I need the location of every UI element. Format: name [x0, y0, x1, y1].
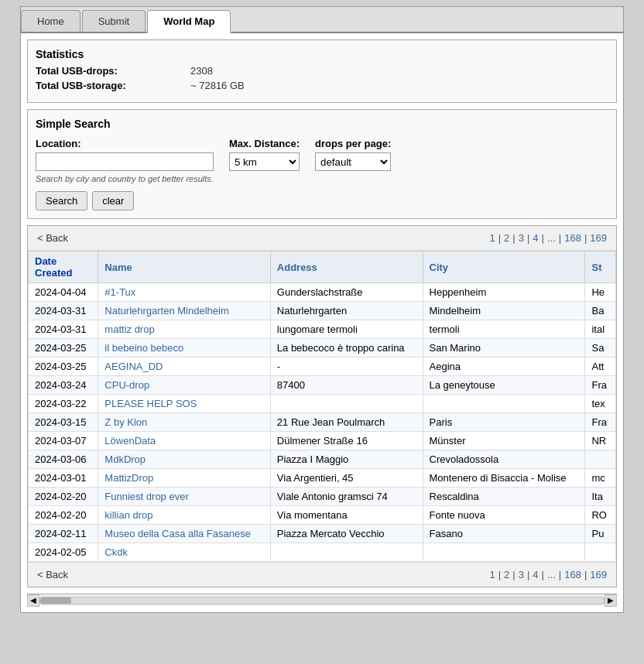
name-link[interactable]: Ckdk [104, 546, 128, 558]
cell-state: NR [585, 432, 616, 450]
scroll-left-arrow[interactable]: ◀ [27, 594, 39, 607]
cell-city: San Marino [423, 339, 585, 358]
page-link-bottom-1[interactable]: 1 [489, 569, 495, 580]
search-hint: Search by city and country to get better… [36, 174, 214, 183]
statistics-section: Statistics Total USB-drops: 2308 Total U… [27, 39, 617, 103]
cell-address: Via Argentieri, 45 [270, 469, 423, 488]
pagination-bottom: 1 | 2 | 3 | 4 | ... | 168 | 169 [489, 569, 607, 580]
drops-per-page-select[interactable]: default 10 25 50 100 [315, 152, 391, 171]
tab-worldmap[interactable]: World Map [147, 10, 231, 33]
page-link-bottom-4[interactable]: 4 [533, 569, 538, 580]
name-link[interactable]: CPU-drop [104, 379, 149, 391]
max-distance-select[interactable]: 5 km 10 km 25 km 50 km 100 km [229, 152, 300, 171]
cell-address [270, 543, 423, 562]
page-link-4[interactable]: 4 [533, 232, 538, 244]
cell-city: La geneytouse [423, 376, 585, 395]
cell-address: 87400 [270, 376, 423, 395]
name-link[interactable]: MattizDrop [104, 472, 153, 484]
page-link-2[interactable]: 2 [504, 232, 509, 244]
cell-address: Piazza I Maggio [270, 450, 423, 469]
table-row: 2024-02-11 Museo della Casa alla Fasanes… [29, 525, 616, 543]
cell-name: AEGINA_DD [98, 358, 270, 376]
stat-row-usb-storage: Total USB-storage: ~ 72816 GB [36, 80, 608, 91]
cell-state: mc [585, 469, 616, 488]
cell-state: Ita [585, 488, 616, 506]
search-button[interactable]: Search [36, 191, 87, 210]
page-link-168[interactable]: 168 [564, 232, 581, 244]
name-link[interactable]: Museo della Casa alla Fasanese [104, 528, 251, 539]
cell-date: 2024-03-06 [29, 450, 98, 469]
name-link[interactable]: killian drop [104, 509, 152, 521]
back-button-bottom[interactable]: < Back [37, 569, 68, 580]
name-link[interactable]: #1-Tux [104, 286, 135, 298]
cell-name: Funniest drop ever [98, 488, 270, 506]
page-link-1[interactable]: 1 [489, 232, 495, 244]
cell-state: He [585, 283, 616, 302]
stat-row-usb-drops: Total USB-drops: 2308 [36, 65, 608, 77]
table-row: 2024-03-15 Z by Klon 21 Rue Jean Poulmar… [29, 413, 616, 432]
col-header-name[interactable]: Name [98, 252, 270, 283]
statistics-title: Statistics [36, 48, 608, 60]
name-link[interactable]: mattiz drop [104, 323, 154, 335]
page-link-bottom-3[interactable]: 3 [519, 569, 524, 580]
back-button-top[interactable]: < Back [37, 232, 68, 244]
col-header-date[interactable]: DateCreated [29, 252, 98, 283]
cell-date: 2024-03-22 [29, 395, 98, 413]
tab-home[interactable]: Home [21, 10, 80, 32]
name-link[interactable]: MdkDrop [104, 454, 146, 465]
page-link-3[interactable]: 3 [519, 232, 524, 244]
cell-name: #1-Tux [98, 283, 270, 302]
name-link[interactable]: PLEASE HELP SOS [104, 398, 197, 409]
page-link-169[interactable]: 169 [590, 232, 607, 244]
cell-name: mattiz drop [98, 320, 270, 339]
cell-name: PLEASE HELP SOS [98, 395, 270, 413]
cell-address: 21 Rue Jean Poulmarch [270, 413, 423, 432]
name-link[interactable]: Funniest drop ever [104, 491, 188, 502]
max-distance-label: Max. Distance: [229, 138, 300, 149]
table-row: 2024-03-25 AEGINA_DD - Aegina Att [29, 358, 616, 376]
tab-submit[interactable]: Submit [82, 10, 146, 32]
scrollbar-thumb[interactable] [40, 597, 71, 604]
location-group: Location: Search by city and country to … [36, 138, 214, 183]
stat-value-usb-storage: ~ 72816 GB [190, 80, 245, 91]
table-row: 2024-04-04 #1-Tux Gunderslachstraße Hepp… [29, 283, 616, 302]
table-row: 2024-03-01 MattizDrop Via Argentieri, 45… [29, 469, 616, 488]
cell-address: Piazza Mercato Vecchio [270, 525, 423, 543]
cell-date: 2024-02-20 [29, 506, 98, 525]
max-distance-group: Max. Distance: 5 km 10 km 25 km 50 km 10… [229, 138, 300, 171]
stat-label-usb-storage: Total USB-storage: [36, 80, 190, 91]
cell-city: termoli [423, 320, 585, 339]
cell-state: Fra [585, 413, 616, 432]
cell-name: killian drop [98, 506, 270, 525]
page-link-bottom-2[interactable]: 2 [504, 569, 509, 580]
name-link[interactable]: Naturlehrgarten Mindelheim [104, 305, 228, 317]
cell-state [585, 450, 616, 469]
name-link[interactable]: AEGINA_DD [104, 361, 163, 372]
col-header-address[interactable]: Address [270, 252, 423, 283]
cell-state: Ba [585, 302, 616, 320]
cell-address: Gunderslachstraße [270, 283, 423, 302]
cell-name: Z by Klon [98, 413, 270, 432]
name-link[interactable]: Z by Klon [104, 416, 147, 428]
stat-value-usb-drops: 2308 [190, 65, 213, 77]
pagination-top: 1 | 2 | 3 | 4 | ... | 168 | 169 [489, 232, 607, 244]
cell-city [423, 395, 585, 413]
cell-address: - [270, 358, 423, 376]
location-input[interactable] [36, 152, 214, 171]
cell-date: 2024-03-31 [29, 302, 98, 320]
clear-button[interactable]: clear [92, 191, 134, 210]
cell-city: Rescaldina [423, 488, 585, 506]
name-link[interactable]: il bebeino bebeco [104, 342, 183, 354]
page-link-bottom-168[interactable]: 168 [564, 569, 581, 580]
table-row: 2024-02-05 Ckdk [29, 543, 616, 562]
col-header-city[interactable]: City [423, 252, 585, 283]
col-header-state[interactable]: St [585, 252, 616, 283]
cell-date: 2024-02-11 [29, 525, 98, 543]
scrollbar-track[interactable] [39, 597, 605, 604]
name-link[interactable]: LöwenData [104, 435, 156, 447]
cell-address: lungomare termoli [270, 320, 423, 339]
cell-address: Via momentana [270, 506, 423, 525]
page-link-bottom-169[interactable]: 169 [590, 569, 607, 580]
scroll-right-arrow[interactable]: ▶ [605, 594, 617, 607]
cell-state: tex [585, 395, 616, 413]
